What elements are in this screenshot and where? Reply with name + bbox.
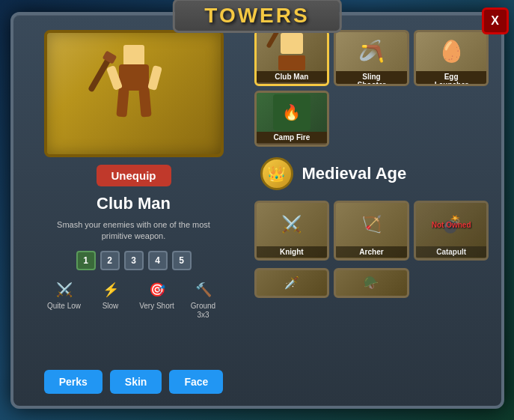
clubman-arm-right bbox=[147, 64, 162, 90]
archer-preview: 🏹 bbox=[336, 203, 407, 246]
knight-preview: ⚔️ bbox=[257, 203, 328, 246]
stats-row: ⚔️ Quite Low ⚡ Slow 🎯 Very Short 🔨 Groun… bbox=[46, 279, 222, 320]
tower-card-camp-fire[interactable]: 🔥 Camp Fire bbox=[254, 91, 330, 147]
speed-label: Slow bbox=[103, 302, 119, 311]
type-icon: 🔨 bbox=[193, 279, 214, 300]
tower-preview bbox=[44, 30, 224, 157]
face-button[interactable]: Face bbox=[169, 370, 223, 394]
type-label: Ground3x3 bbox=[191, 302, 215, 320]
sling-shooter-preview: 🪃 bbox=[336, 32, 407, 71]
medieval-towers-grid: ⚔️ Knight 🏹 Archer 💣 Not Owned Catapult bbox=[254, 201, 489, 261]
stat-type: 🔨 Ground3x3 bbox=[185, 279, 222, 320]
clubman-leg-right bbox=[138, 88, 151, 117]
tower-card-egg-launcher[interactable]: 🥚 EggLauncher bbox=[414, 30, 489, 86]
club-weapon bbox=[88, 57, 111, 92]
tower-card-archer[interactable]: 🏹 Archer bbox=[334, 201, 409, 261]
tower-sprite bbox=[93, 45, 175, 142]
close-button[interactable]: X bbox=[482, 7, 509, 34]
damage-label: Quite Low bbox=[47, 302, 81, 311]
clubman-body bbox=[119, 64, 149, 91]
stat-range: 🎯 Very Short bbox=[138, 279, 176, 311]
tower-card-club-man[interactable]: Club Man bbox=[254, 30, 330, 86]
partial-icon-2: 🪖 bbox=[364, 276, 379, 290]
tower-card-catapult[interactable]: 💣 Not Owned Catapult bbox=[414, 201, 489, 261]
clubman-head bbox=[123, 45, 144, 66]
clubman-sprite bbox=[104, 45, 164, 135]
unequip-button[interactable]: Unequip bbox=[97, 165, 171, 186]
knight-label: Knight bbox=[257, 246, 328, 258]
level-2[interactable]: 2 bbox=[100, 251, 120, 270]
age-badge-icon: 👑 bbox=[260, 157, 293, 190]
knight-icon: ⚔️ bbox=[281, 215, 302, 234]
perks-button[interactable]: Perks bbox=[44, 370, 103, 394]
tower-card-knight[interactable]: ⚔️ Knight bbox=[254, 201, 330, 261]
clubman-leg-left bbox=[116, 88, 129, 117]
level-3[interactable]: 3 bbox=[124, 251, 144, 270]
club-man-label: Club Man bbox=[257, 71, 328, 82]
partial-towers-grid: 🗡️ 🪖 bbox=[254, 268, 489, 298]
left-panel: Unequip Club Man Smash your enemies with… bbox=[25, 30, 242, 394]
bottom-buttons: Perks Skin Face bbox=[44, 370, 224, 394]
tower-name: Club Man bbox=[97, 194, 171, 213]
egg-launcher-preview: 🥚 bbox=[416, 32, 487, 71]
damage-icon: ⚔️ bbox=[54, 279, 75, 300]
camp-fire-label: Camp Fire bbox=[257, 132, 328, 143]
shield-crown-icon: 👑 bbox=[267, 165, 286, 183]
towers-modal: TOWERS X Unequip Cl bbox=[10, 12, 504, 409]
range-icon: 🎯 bbox=[147, 279, 168, 300]
catapult-label: Catapult bbox=[416, 246, 487, 258]
level-1[interactable]: 1 bbox=[76, 251, 96, 270]
archer-label: Archer bbox=[336, 246, 407, 258]
level-5[interactable]: 5 bbox=[172, 251, 192, 270]
level-dots: 1 2 3 4 5 bbox=[76, 251, 192, 270]
age-label: Medieval Age bbox=[302, 164, 407, 183]
modal-title-bar: TOWERS bbox=[172, 0, 341, 33]
right-panel: Club Man 🪃 SlingShooter 🥚 EggLauncher bbox=[254, 30, 489, 394]
tower-card-sling-shooter[interactable]: 🪃 SlingShooter bbox=[334, 30, 409, 86]
top-towers-grid: Club Man 🪃 SlingShooter 🥚 EggLauncher bbox=[254, 30, 489, 147]
partial-icon-1: 🗡️ bbox=[284, 276, 299, 290]
catapult-preview: 💣 Not Owned bbox=[416, 203, 487, 246]
archer-icon: 🏹 bbox=[361, 215, 382, 234]
sling-shooter-label: SlingShooter bbox=[336, 71, 407, 86]
camp-fire-preview: 🔥 bbox=[257, 93, 328, 132]
speed-icon: ⚡ bbox=[100, 279, 121, 300]
not-owned-badge: Not Owned bbox=[432, 220, 471, 228]
range-label: Very Short bbox=[139, 302, 174, 311]
egg-launcher-label: EggLauncher bbox=[416, 71, 487, 86]
level-4[interactable]: 4 bbox=[148, 251, 168, 270]
tower-desc: Smash your enemies with one of the most … bbox=[52, 219, 216, 243]
partial-tower-1[interactable]: 🗡️ bbox=[254, 268, 330, 298]
campfire-visual: 🔥 bbox=[273, 94, 310, 130]
modal-body: Unequip Club Man Smash your enemies with… bbox=[13, 15, 501, 406]
modal-title: TOWERS bbox=[204, 4, 309, 27]
skin-button[interactable]: Skin bbox=[110, 370, 162, 394]
partial-tower-2[interactable]: 🪖 bbox=[334, 268, 409, 298]
stat-damage: ⚔️ Quite Low bbox=[46, 279, 83, 311]
stat-speed: ⚡ Slow bbox=[92, 279, 129, 311]
age-banner: 👑 Medieval Age bbox=[254, 154, 489, 193]
club-man-preview bbox=[257, 32, 328, 71]
